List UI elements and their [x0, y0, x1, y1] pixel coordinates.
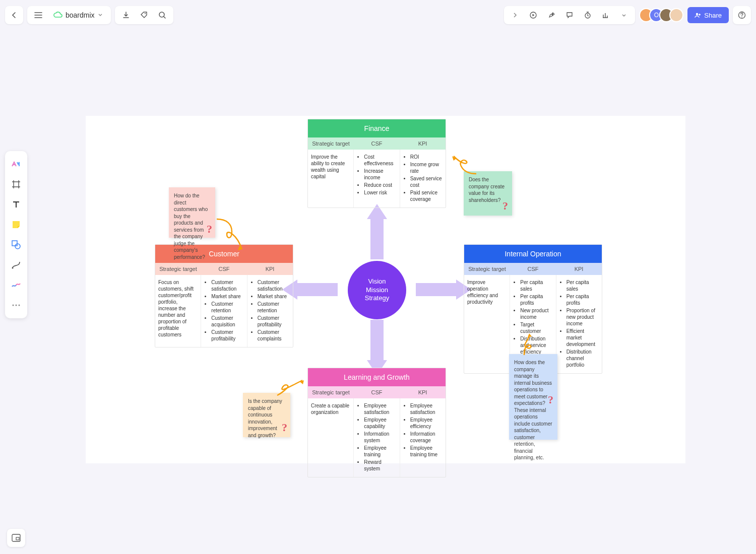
svg-point-8 — [12, 267, 14, 269]
frame-tool[interactable] — [7, 175, 25, 193]
center-line3: Strategy — [365, 294, 389, 303]
col-kpi: KPI — [556, 263, 602, 275]
finance-kpi: ROIIncome grow rateSaved service costPai… — [403, 154, 443, 202]
connector-tool[interactable] — [7, 256, 25, 274]
app-name: boardmix — [66, 11, 95, 19]
chart-button[interactable] — [597, 6, 615, 24]
note-learning[interactable]: Is the company capable of continuous inn… — [243, 393, 290, 437]
svg-point-9 — [13, 305, 14, 306]
curly-arrow — [275, 378, 310, 398]
app-brand[interactable]: boardmix — [47, 11, 109, 19]
finance-target: Improve the ability to create wealth usi… — [311, 154, 350, 180]
question-icon: ? — [207, 222, 212, 237]
play-button[interactable] — [524, 6, 542, 24]
curly-arrow — [449, 151, 479, 176]
pen-tool[interactable] — [7, 276, 25, 294]
customer-target: Focus on customers, shift customer/profi… — [158, 279, 198, 338]
finance-title: Finance — [308, 119, 446, 137]
brand-group: boardmix — [27, 6, 111, 24]
customer-csf: Customer satisfactionMarket shareCustome… — [204, 279, 243, 342]
note-finance-text: Does the company create value for its sh… — [469, 177, 505, 203]
cloud-icon — [53, 12, 62, 19]
minimap-button[interactable] — [7, 529, 25, 547]
ai-tool[interactable] — [7, 155, 25, 173]
avatar[interactable] — [669, 8, 683, 22]
download-button[interactable] — [117, 6, 135, 24]
col-kpi: KPI — [247, 263, 293, 275]
col-csf: CSF — [354, 137, 400, 150]
learning-subheader: Strategic target CSF KPI — [308, 386, 446, 398]
note-internal[interactable]: How does the company manage its internal… — [509, 354, 557, 440]
text-tool[interactable] — [7, 195, 25, 214]
share-button[interactable]: Share — [687, 7, 729, 23]
shape-tool[interactable] — [7, 236, 25, 254]
center-line2: Mission — [366, 286, 388, 295]
more-chevron-button[interactable] — [615, 6, 633, 24]
curly-arrow — [214, 217, 249, 257]
menu-button[interactable] — [29, 6, 47, 24]
timer-button[interactable] — [579, 6, 597, 24]
tag-button[interactable] — [135, 6, 153, 24]
finance-subheader: Strategic target CSF KPI — [308, 137, 446, 150]
more-tools[interactable] — [7, 296, 25, 314]
finance-csf: Cost effectivenessIncrease incomeReduce … — [357, 154, 396, 196]
svg-point-11 — [19, 305, 20, 306]
search-button[interactable] — [153, 6, 171, 24]
note-customer[interactable]: How do the direct customers who buy the … — [169, 187, 215, 238]
toolbar-right: O Share — [504, 6, 751, 24]
col-kpi: KPI — [400, 386, 446, 398]
svg-point-7 — [15, 244, 20, 249]
svg-point-4 — [696, 13, 698, 15]
arrow-left — [297, 283, 338, 296]
internal-target: Improve operation efficiency and product… — [467, 279, 507, 305]
curly-arrow — [517, 332, 537, 358]
svg-rect-6 — [12, 241, 17, 246]
internal-kpi: Per capita salesPer capita profitsPropor… — [559, 279, 599, 368]
sparkle-button[interactable] — [542, 6, 560, 24]
left-sidebar — [5, 151, 27, 318]
question-icon: ? — [548, 392, 553, 407]
col-csf: CSF — [201, 263, 247, 275]
expand-button[interactable] — [506, 6, 524, 24]
right-tools — [504, 6, 635, 24]
center-vision-circle[interactable]: Vision Mission Strategy — [348, 261, 406, 319]
internal-title: Internal Operation — [464, 245, 602, 263]
comment-button[interactable] — [560, 6, 579, 24]
toolbar-left: boardmix — [5, 6, 173, 24]
canvas[interactable]: Vision Mission Strategy Finance Strategi… — [86, 116, 685, 463]
chevron-down-icon — [98, 13, 103, 18]
finance-body: Improve the ability to create wealth usi… — [308, 150, 446, 207]
customer-kpi: Customer satisfactionMarket shareCustome… — [250, 279, 290, 342]
note-learning-text: Is the company capable of continuous inn… — [248, 398, 282, 438]
learning-box[interactable]: Learning and Growth Strategic target CSF… — [307, 368, 446, 477]
person-plus-icon — [695, 12, 701, 19]
svg-point-0 — [145, 13, 146, 14]
learning-body: Create a capable organization Employee s… — [308, 398, 446, 477]
top-toolbar: boardmix O Share — [5, 5, 751, 25]
col-target: Strategic target — [464, 263, 510, 275]
share-label: Share — [704, 12, 722, 19]
learning-target: Create a capable organization — [311, 402, 350, 416]
svg-rect-13 — [16, 537, 19, 540]
arrow-up — [370, 219, 384, 259]
col-csf: CSF — [510, 263, 556, 275]
arrow-down — [370, 320, 384, 360]
internal-subheader: Strategic target CSF KPI — [464, 263, 602, 275]
finance-box[interactable]: Finance Strategic target CSF KPI Improve… — [307, 119, 446, 208]
center-line1: Vision — [368, 278, 386, 286]
col-target: Strategic target — [308, 386, 354, 398]
col-target: Strategic target — [308, 137, 354, 150]
col-csf: CSF — [354, 386, 400, 398]
svg-point-10 — [16, 305, 17, 306]
sticky-note-tool[interactable] — [7, 216, 25, 234]
customer-subheader: Strategic target CSF KPI — [155, 263, 293, 275]
note-internal-text: How does the company manage its internal… — [514, 360, 552, 460]
col-target: Strategic target — [155, 263, 201, 275]
customer-body: Focus on customers, shift customer/profi… — [155, 275, 293, 347]
arrow-right — [416, 283, 456, 296]
collaborator-avatars[interactable]: O — [639, 8, 683, 22]
note-finance[interactable]: Does the company create value for its sh… — [464, 171, 512, 216]
back-button[interactable] — [5, 6, 23, 24]
learning-title: Learning and Growth — [308, 368, 446, 386]
help-button[interactable] — [733, 6, 751, 24]
